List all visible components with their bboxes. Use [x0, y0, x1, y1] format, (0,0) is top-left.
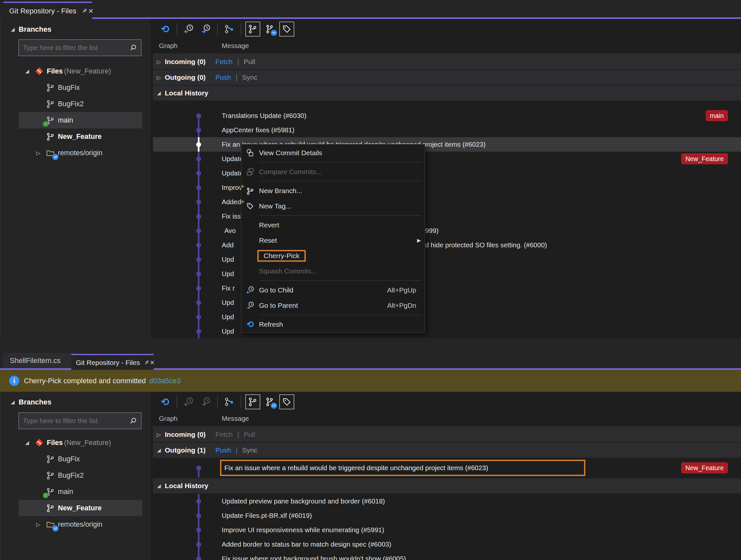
panel-splitter[interactable]: [150, 392, 153, 560]
column-message: Message: [222, 415, 249, 422]
tree-item-remotes-origin[interactable]: ▷ ⇄ remotes/origin: [0, 145, 151, 161]
expander-icon[interactable]: ▷: [32, 150, 44, 156]
menu-item-view-commit-details[interactable]: View Commit Details: [241, 145, 425, 160]
tree-item-branch-main[interactable]: ↑ main: [0, 484, 151, 500]
shortcut-label: Alt+PgUp: [387, 286, 416, 294]
commit-row[interactable]: Added border to status bar to match desi…: [153, 537, 741, 552]
toggle-graph-button[interactable]: [245, 394, 260, 409]
compare-branches-button[interactable]: [222, 394, 237, 409]
incoming-section-bottom[interactable]: ▷ Incoming (0) Fetch | Pull: [153, 427, 741, 442]
graph-commit-dot: [196, 199, 201, 205]
commit-row[interactable]: Fix issue where root background brush wo…: [153, 552, 741, 560]
tree-item-branch-bugfix[interactable]: BugFix: [0, 451, 151, 467]
tree-item-branch-main[interactable]: ↑ main: [0, 112, 151, 129]
commit-message: Translations Update (#6030): [222, 108, 307, 123]
show-tags-button[interactable]: [279, 21, 294, 36]
show-tags-button[interactable]: [279, 394, 294, 409]
expander-icon[interactable]: ▷: [32, 522, 44, 528]
tree-item-branch-new-feature[interactable]: New_Feature: [0, 129, 151, 145]
collapse-icon: ◢: [7, 26, 19, 32]
go-to-child-button[interactable]: [181, 21, 196, 36]
branch-filter-input[interactable]: [19, 44, 126, 52]
tab-git-repository-bottom[interactable]: Git Repository - Files ✕: [71, 354, 154, 370]
go-to-child-icon: [241, 285, 259, 295]
tab-shellfileitem[interactable]: ShellFileItem.cs: [3, 353, 77, 368]
menu-item-go-to-parent[interactable]: Go to Parent Alt+PgDn: [241, 298, 425, 313]
outgoing-commit-row[interactable]: Fix an issue where a rebuild would be tr…: [153, 458, 741, 477]
expander-icon[interactable]: ◢: [21, 68, 33, 74]
menu-item-new-tag[interactable]: ✳ New Tag...: [241, 198, 425, 214]
tree-item-branch-bugfix2[interactable]: BugFix2: [0, 96, 151, 112]
branches-header[interactable]: ◢ Branches: [0, 394, 151, 410]
commit-hash-link[interactable]: d03a5ce3: [149, 377, 181, 385]
graph-commit-dot: [196, 513, 201, 518]
menu-item-refresh[interactable]: ⟲ Refresh: [241, 317, 425, 332]
refresh-button[interactable]: ⟲: [158, 394, 173, 409]
toggle-graph-button[interactable]: [245, 21, 260, 36]
expander-icon[interactable]: ▷: [153, 431, 165, 438]
menu-item-squash-commits: Squash Commits...: [241, 263, 425, 279]
tree-item-branch-new-feature[interactable]: New_Feature: [0, 500, 151, 516]
menu-item-go-to-child[interactable]: Go to Child Alt+PgUp: [241, 282, 425, 298]
tree-item-branch-bugfix[interactable]: BugFix: [0, 79, 151, 96]
view-commit-details-icon: [241, 148, 259, 158]
expander-icon[interactable]: ▷: [153, 75, 165, 81]
commit-row[interactable]: Updated preview pane background and bord…: [153, 494, 741, 508]
commit-message: Upd: [222, 310, 234, 324]
go-to-parent-button[interactable]: [198, 21, 213, 36]
branch-icon: [44, 98, 57, 109]
branch-badge-main: main: [706, 110, 728, 121]
tree-item-repo-files[interactable]: ◢ Files (New_Feature): [0, 63, 151, 79]
push-link[interactable]: Push: [215, 74, 231, 81]
panel-splitter[interactable]: [150, 19, 153, 338]
tree-item-repo-files[interactable]: ◢ Files (New_Feature): [0, 434, 151, 451]
commit-row[interactable]: Update Files.pt-BR.xlf (#6019): [153, 508, 741, 523]
branch-badge-new-feature: New_Feature: [681, 462, 728, 473]
graph-commit-dot: [196, 271, 201, 276]
pin-icon[interactable]: [143, 357, 150, 368]
outgoing-section-bottom[interactable]: ◢ Outgoing (1) Push | Sync: [153, 443, 741, 458]
branch-label: main: [58, 488, 73, 496]
menu-item-cherry-pick[interactable]: Cherry-Pick: [241, 248, 425, 263]
push-link[interactable]: Push: [215, 446, 231, 454]
sync-link[interactable]: Sync: [242, 446, 257, 454]
branch-icon-ahead: ↑: [44, 115, 57, 126]
local-history-section-top[interactable]: ◢ Local History: [153, 86, 741, 101]
sync-link[interactable]: Sync: [242, 74, 257, 81]
commit-row[interactable]: AppCenter fixes (#5981): [153, 123, 741, 137]
incoming-section-top[interactable]: ▷ Incoming (0) Fetch | Pull: [153, 54, 741, 69]
hide-merge-commits-button[interactable]: ><: [262, 21, 277, 36]
expander-icon[interactable]: ◢: [21, 440, 33, 446]
close-icon[interactable]: ✕: [88, 6, 93, 17]
branches-panel-bottom: ◢ Branches ◢ Files (New_Feature): [0, 392, 151, 560]
hide-merge-commits-button[interactable]: ><: [262, 394, 277, 409]
outgoing-label: Outgoing (0): [165, 74, 206, 81]
pin-icon[interactable]: [81, 6, 88, 17]
menu-item-new-branch[interactable]: ✳ New Branch...: [241, 183, 425, 198]
branches-header[interactable]: ◢ Branches: [0, 21, 151, 37]
local-history-section-bottom[interactable]: ◢ Local History: [153, 478, 741, 493]
tab-git-repository-top[interactable]: Git Repository - Files ✕: [3, 2, 92, 19]
outgoing-section-top[interactable]: ▷ Outgoing (0) Push | Sync: [153, 70, 741, 85]
commit-row[interactable]: Improve UI responsiveness while enumerat…: [153, 523, 741, 537]
pull-link[interactable]: Pull: [244, 58, 255, 66]
branch-filter-input[interactable]: [19, 417, 126, 425]
menu-separator: [260, 181, 421, 181]
branch-filter: [18, 39, 142, 56]
menu-separator: [260, 280, 421, 281]
commit-row[interactable]: Translations Update (#6030) main: [153, 108, 741, 123]
menu-item-revert[interactable]: Revert: [241, 217, 425, 233]
tree-item-remotes-origin[interactable]: ▷ ⇄ remotes/origin: [0, 516, 151, 533]
expander-icon[interactable]: ◢: [153, 483, 165, 489]
expander-icon[interactable]: ◢: [153, 447, 165, 453]
close-icon[interactable]: ✕: [150, 357, 155, 368]
compare-branches-button[interactable]: [222, 21, 237, 36]
menu-item-reset[interactable]: Reset ▶: [241, 233, 425, 248]
fetch-link[interactable]: Fetch: [215, 58, 233, 66]
refresh-button[interactable]: ⟲: [158, 21, 173, 36]
info-text: Cherry-Pick completed and committed: [24, 377, 146, 385]
expander-icon[interactable]: ▷: [153, 59, 165, 65]
incoming-label: Incoming (0): [165, 58, 206, 66]
expander-icon[interactable]: ◢: [153, 90, 165, 96]
tree-item-branch-bugfix2[interactable]: BugFix2: [0, 467, 151, 484]
